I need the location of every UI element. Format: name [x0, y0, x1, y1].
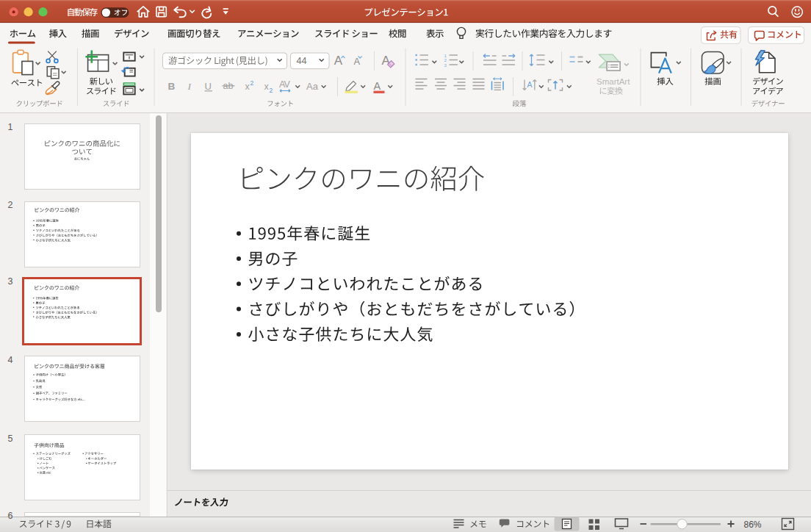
svg-text:B: B [168, 81, 176, 92]
svg-text:U: U [205, 81, 212, 92]
svg-text:I: I [187, 81, 192, 92]
svg-text:3: 3 [8, 276, 13, 287]
svg-text:4: 4 [8, 355, 13, 365]
svg-text:Aa: Aa [306, 81, 319, 92]
svg-text:2: 2 [8, 200, 13, 210]
svg-text:A: A [334, 54, 343, 68]
svg-text:x: x [264, 82, 270, 92]
svg-text:1: 1 [8, 122, 13, 132]
svg-text:86%: 86% [744, 520, 762, 530]
svg-text:AV: AV [279, 79, 290, 90]
svg-text:SmartArt: SmartArt [596, 77, 630, 86]
svg-text:A: A [374, 80, 381, 92]
svg-text:A: A [527, 80, 533, 89]
svg-text:6: 6 [8, 511, 13, 521]
svg-text:44: 44 [297, 56, 307, 66]
svg-text:3: 3 [444, 62, 447, 68]
svg-text:2: 2 [270, 87, 273, 94]
svg-text:x: x [245, 82, 250, 92]
svg-text:2: 2 [250, 79, 254, 87]
svg-text:5: 5 [8, 434, 13, 444]
